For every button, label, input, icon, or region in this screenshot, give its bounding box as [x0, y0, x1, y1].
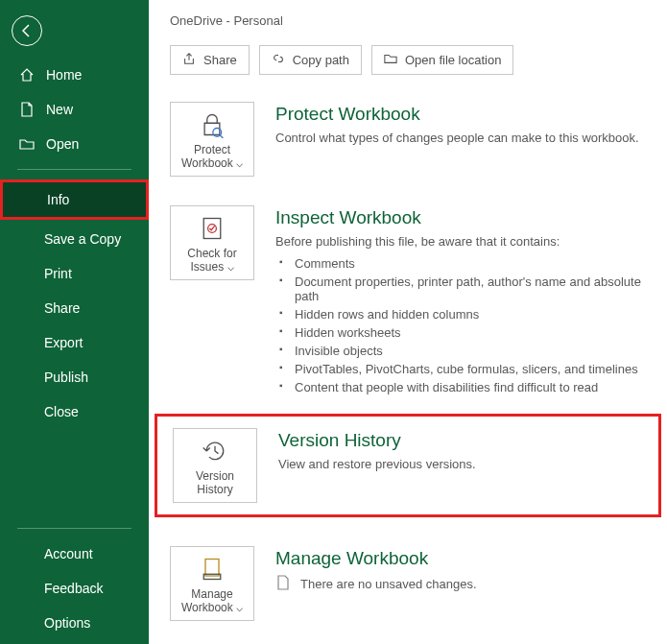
chevron-down-icon: ⌵ [236, 601, 243, 614]
highlight-info: Info [0, 179, 149, 220]
check-icon [199, 214, 226, 243]
button-label: Share [203, 53, 237, 67]
sidebar-label: Account [44, 546, 93, 561]
svg-rect-4 [205, 560, 219, 577]
history-icon [202, 437, 228, 465]
sidebar-label: Feedback [44, 581, 103, 596]
sidebar-item-close[interactable]: Close [0, 394, 149, 429]
sidebar-item-account[interactable]: Account [0, 537, 149, 571]
open-icon [19, 136, 35, 152]
list-item: Comments [275, 254, 646, 273]
sidebar-item-new[interactable]: New [0, 92, 149, 127]
new-icon [19, 102, 35, 117]
sidebar-label: Export [44, 335, 83, 350]
button-label: Copy path [293, 53, 349, 67]
sidebar-item-publish[interactable]: Publish [0, 360, 149, 394]
link-icon [272, 52, 285, 68]
version-section: Version History Version History View and… [173, 428, 643, 503]
sidebar-item-save-copy[interactable]: Save a Copy [0, 222, 149, 256]
sidebar-label: Info [47, 192, 69, 207]
sidebar: Home New Open Info Save a Copy Print Sha… [0, 0, 149, 644]
divider [17, 528, 131, 529]
section-title: Version History [278, 430, 643, 451]
share-icon [182, 52, 196, 68]
sidebar-item-info[interactable]: Info [3, 182, 146, 217]
sidebar-item-home[interactable]: Home [0, 58, 149, 92]
chevron-down-icon: ⌵ [236, 156, 243, 170]
section-desc: Control what types of changes people can… [275, 131, 646, 145]
sidebar-label: Home [46, 67, 82, 83]
sidebar-label: Options [44, 615, 90, 631]
highlight-version-history: Version History Version History View and… [155, 414, 661, 517]
list-item: Hidden rows and hidden columns [275, 305, 646, 323]
main-panel: OneDrive - Personal Share Copy path Open… [149, 0, 667, 644]
sidebar-item-share[interactable]: Share [0, 291, 149, 325]
sidebar-label: Save a Copy [44, 231, 121, 247]
sidebar-item-feedback[interactable]: Feedback [0, 571, 149, 606]
card-label: Protect Workbook ⌵ [175, 143, 250, 170]
divider [17, 169, 131, 170]
card-label: Check for Issues ⌵ [175, 247, 250, 274]
sidebar-label: New [46, 102, 73, 117]
workbook-icon [199, 555, 226, 584]
sidebar-item-print[interactable]: Print [0, 256, 149, 291]
section-desc: Before publishing this file, be aware th… [275, 234, 646, 249]
home-icon [19, 67, 35, 83]
sidebar-item-open[interactable]: Open [0, 127, 149, 161]
folder-icon [384, 52, 397, 68]
chevron-down-icon: ⌵ [227, 260, 234, 274]
card-label: Version History [178, 469, 252, 496]
section-title: Protect Workbook [275, 104, 646, 125]
share-button[interactable]: Share [170, 45, 250, 75]
sidebar-label: Open [46, 136, 79, 152]
sidebar-item-export[interactable]: Export [0, 325, 149, 360]
list-item: Invisible objects [275, 342, 646, 360]
protect-section: Protect Workbook ⌵ Protect Workbook Cont… [170, 102, 646, 177]
manage-workbook-card[interactable]: Manage Workbook ⌵ [170, 546, 254, 621]
list-item: Content that people with disabilities fi… [275, 378, 646, 396]
manage-section: Manage Workbook ⌵ Manage Workbook There … [170, 546, 646, 621]
list-item: PivotTables, PivotCharts, cube formulas,… [275, 360, 646, 378]
svg-line-1 [220, 135, 224, 139]
list-item: Document properties, printer path, autho… [275, 273, 646, 305]
inspect-list: Comments Document properties, printer pa… [275, 254, 646, 396]
check-issues-card[interactable]: Check for Issues ⌵ [170, 205, 254, 280]
svg-rect-5 [203, 574, 221, 579]
toolbar: Share Copy path Open file location [170, 45, 646, 75]
sidebar-label: Share [44, 300, 80, 316]
section-desc: View and restore previous versions. [278, 457, 643, 471]
back-button[interactable] [12, 15, 42, 46]
section-title: Inspect Workbook [275, 207, 646, 228]
manage-desc: There are no unsaved changes. [300, 577, 477, 591]
card-label: Manage Workbook ⌵ [175, 587, 250, 614]
open-location-button[interactable]: Open file location [371, 45, 513, 75]
document-icon [275, 575, 291, 593]
sidebar-label: Print [44, 266, 72, 281]
sidebar-item-options[interactable]: Options [0, 606, 149, 640]
list-item: Hidden worksheets [275, 323, 646, 342]
sidebar-label: Close [44, 404, 79, 419]
section-title: Manage Workbook [275, 548, 646, 569]
sidebar-label: Publish [44, 370, 88, 385]
copy-path-button[interactable]: Copy path [259, 45, 362, 75]
inspect-section: Check for Issues ⌵ Inspect Workbook Befo… [170, 205, 646, 396]
protect-workbook-card[interactable]: Protect Workbook ⌵ [170, 102, 254, 177]
lock-icon [199, 110, 226, 139]
version-history-card[interactable]: Version History [173, 428, 257, 503]
button-label: Open file location [405, 53, 501, 67]
breadcrumb: OneDrive - Personal [170, 13, 646, 28]
